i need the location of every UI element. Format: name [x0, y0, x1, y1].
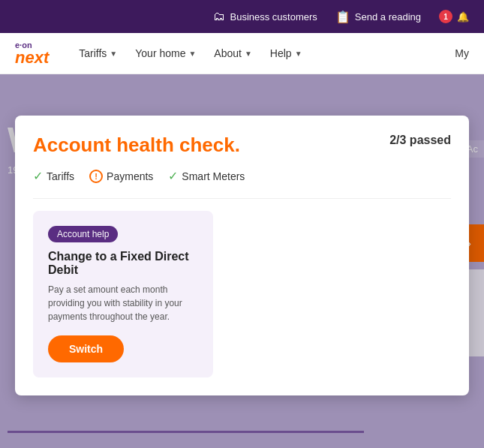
- notifications-link[interactable]: 1 🔔: [439, 10, 469, 23]
- top-bar: 🗂 Business customers 📋 Send a reading 1 …: [0, 0, 484, 33]
- switch-button[interactable]: Switch: [48, 335, 124, 362]
- business-customers-link[interactable]: 🗂 Business customers: [213, 10, 317, 23]
- send-reading-link[interactable]: 📋 Send a reading: [335, 10, 421, 24]
- nav-my-label: My: [455, 47, 469, 59]
- nav-about[interactable]: About ▼: [214, 47, 252, 59]
- check-smart-meters: ✓ Smart Meters: [168, 169, 245, 183]
- checks-row: ✓ Tariffs ! Payments ✓ Smart Meters: [33, 169, 451, 183]
- modal-score: 2/3 passed: [389, 134, 451, 147]
- modal-header: Account health check. 2/3 passed: [33, 134, 451, 157]
- nav-tariffs[interactable]: Tariffs ▼: [79, 47, 117, 59]
- check-tariffs: ✓ Tariffs: [33, 169, 74, 183]
- check-payments: ! Payments: [89, 170, 153, 183]
- page-background: We 192 G Ac t paym paymement iss afteris…: [0, 74, 484, 448]
- help-badge: Account help: [48, 226, 118, 242]
- notification-icon: 🔔: [457, 11, 469, 23]
- nav-help-label: Help: [270, 47, 292, 59]
- chevron-down-icon: ▼: [110, 50, 117, 58]
- check-payments-label: Payments: [107, 170, 153, 182]
- logo-next: next: [15, 50, 49, 66]
- business-customers-label: Business customers: [230, 11, 317, 23]
- business-icon: 🗂: [213, 10, 225, 23]
- modal-title: Account health check.: [33, 134, 240, 157]
- nav-help[interactable]: Help ▼: [270, 47, 302, 59]
- help-title: Change to a Fixed Direct Debit: [48, 250, 198, 277]
- chevron-down-icon: ▼: [245, 50, 252, 58]
- logo: e·on next: [15, 41, 49, 66]
- chevron-down-icon: ▼: [188, 50, 196, 58]
- divider: [33, 198, 451, 199]
- nav-tariffs-label: Tariffs: [79, 47, 107, 59]
- check-ok-icon-2: ✓: [168, 169, 178, 183]
- check-ok-icon: ✓: [33, 169, 43, 183]
- nav-your-home[interactable]: Your home ▼: [135, 47, 196, 59]
- send-reading-label: Send a reading: [355, 11, 421, 23]
- nav-your-home-label: Your home: [135, 47, 185, 59]
- health-check-modal: Account health check. 2/3 passed ✓ Tarif…: [15, 116, 469, 395]
- check-smart-meters-label: Smart Meters: [182, 170, 245, 182]
- check-warn-icon: !: [89, 170, 103, 183]
- help-description: Pay a set amount each month providing yo…: [48, 283, 198, 323]
- notification-badge: 1: [439, 10, 452, 23]
- help-card: Account help Change to a Fixed Direct De…: [33, 211, 213, 377]
- nav-about-label: About: [214, 47, 242, 59]
- chevron-down-icon: ▼: [295, 50, 302, 58]
- meter-icon: 📋: [335, 10, 350, 24]
- nav-my[interactable]: My: [455, 47, 469, 59]
- check-tariffs-label: Tariffs: [47, 170, 74, 182]
- nav-bar: e·on next Tariffs ▼ Your home ▼ About ▼ …: [0, 33, 484, 74]
